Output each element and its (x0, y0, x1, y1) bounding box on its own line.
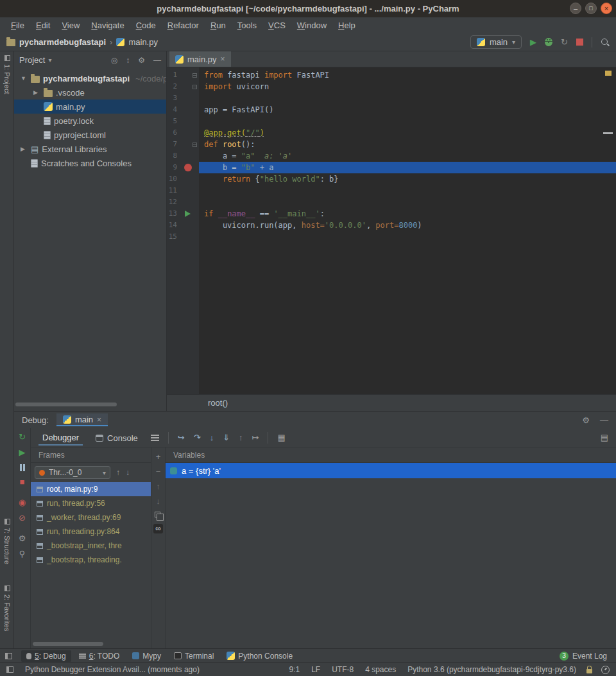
toolwindow-button-terminal[interactable]: Terminal (169, 650, 219, 662)
code-line-12[interactable]: 12 (167, 196, 616, 208)
menu-item-window[interactable]: Window (291, 21, 332, 30)
add-watch-button[interactable]: + (156, 453, 161, 461)
code-line-8[interactable]: 8 a = "a" a: 'a' (167, 150, 616, 162)
maximize-button[interactable]: □ (585, 3, 597, 14)
status-item-lf[interactable]: LF (311, 665, 320, 674)
menu-item-navigate[interactable]: Navigate (85, 21, 130, 30)
status-item-9-1[interactable]: 9:1 (289, 665, 300, 674)
step-into-icon[interactable]: ↓ (210, 433, 214, 442)
pin-icon[interactable]: ⚲ (19, 549, 26, 559)
code-line-7[interactable]: 7def root(): (167, 139, 616, 150)
close-tab-icon[interactable]: × (221, 55, 225, 64)
event-log-button[interactable]: 3 Event Log (560, 652, 611, 661)
toolwindow-button-python-console[interactable]: Python Console (221, 650, 298, 662)
error-stripe-mark[interactable] (605, 71, 612, 76)
tree-item-scratches-and-consoles[interactable]: Scratches and Consoles (14, 156, 166, 170)
menu-item-refactor[interactable]: Refactor (162, 21, 205, 30)
tree-item-external-libraries[interactable]: ▶▤External Libraries (14, 142, 166, 156)
close-session-icon[interactable]: × (97, 415, 101, 424)
gutter-line-5[interactable]: 5 (167, 116, 199, 127)
gutter-line-13[interactable]: 13 (167, 208, 199, 220)
breadcrumb-file[interactable]: main.py (128, 37, 158, 47)
horizontal-scrollbar[interactable] (15, 403, 117, 406)
pause-button[interactable] (20, 464, 25, 471)
menu-item-help[interactable]: Help (332, 21, 361, 30)
mute-breakpoints-button[interactable]: ⊘ (19, 513, 26, 523)
code-line-3[interactable]: 3 (167, 92, 616, 104)
gutter-line-1[interactable]: 1 (167, 69, 199, 81)
code-line-2[interactable]: 2import uvicorn (167, 81, 616, 92)
project-panel-title[interactable]: Project (19, 55, 45, 65)
status-item-python-3-6-pycharmdebugfastapi-9cdjtyrg-py3-6[interactable]: Python 3.6 (pycharmdebugfastapi-9cdjtyrg… (407, 665, 576, 674)
toolwindow-button-mypy[interactable]: Mypy (127, 650, 166, 662)
frame-row-bootstrap-threading[interactable]: _bootstrap, threading. (31, 553, 151, 567)
move-down-button[interactable]: ↓ (156, 497, 160, 505)
duplicate-watch-icon[interactable] (155, 512, 160, 517)
gutter-line-11[interactable]: 11 (167, 185, 199, 196)
menu-item-run[interactable]: Run (205, 21, 232, 30)
close-button[interactable]: × (601, 3, 612, 14)
previous-frame-icon[interactable]: ↑ (116, 468, 120, 477)
tree-collapsed-icon[interactable]: ▶ (21, 146, 28, 152)
menu-item-view[interactable]: View (56, 21, 85, 30)
toolwindow-switcher-icon[interactable] (5, 653, 12, 659)
stripe-button-project[interactable]: 1: Project (0, 55, 14, 94)
tree-item-main-py[interactable]: main.py (14, 100, 166, 114)
gutter-line-8[interactable]: 8 (167, 150, 199, 162)
gutter-line-4[interactable]: 4 (167, 104, 199, 116)
show-execution-point-icon[interactable]: ↪ (178, 433, 185, 442)
status-item-4-spaces[interactable]: 4 spaces (365, 665, 396, 674)
tree-expanded-icon[interactable]: ▼ (21, 75, 28, 82)
stop-button[interactable]: ■ (20, 477, 25, 487)
gutter-line-12[interactable]: 12 (167, 196, 199, 208)
variable-row[interactable]: a = {str} 'a' (166, 463, 616, 478)
run-with-coverage-button[interactable]: ↻ (561, 38, 568, 47)
code-line-13[interactable]: 13if __name__ == '__main__': (167, 208, 616, 220)
show-return-values-icon[interactable]: ∞ (153, 524, 163, 533)
code-line-1[interactable]: 1from fastapi import FastAPI (167, 69, 616, 81)
tab-console[interactable]: Console (92, 430, 142, 445)
gutter-line-10[interactable]: 10 (167, 173, 199, 185)
menu-item-code[interactable]: Code (130, 21, 162, 30)
status-item-utf-8[interactable]: UTF-8 (332, 665, 354, 674)
view-breakpoints-button[interactable]: ◉ (19, 498, 26, 507)
move-up-button[interactable]: ↑ (156, 482, 160, 490)
code-line-6[interactable]: 6@app.get("/") (167, 127, 616, 139)
gutter-line-7[interactable]: 7 (167, 139, 199, 150)
editor-tab-main-py[interactable]: main.py × (169, 51, 231, 67)
layout-menu-icon[interactable] (151, 437, 159, 438)
settings-gear-icon[interactable]: ⚙ (19, 533, 26, 543)
chevron-down-icon[interactable]: ▾ (48, 56, 51, 64)
force-step-into-icon[interactable]: ⇓ (223, 433, 230, 442)
gutter-line-3[interactable]: 3 (167, 92, 199, 104)
gutter-line-9[interactable]: 9 (167, 162, 199, 173)
frame-row-run-threading-py-864[interactable]: run, threading.py:864 (31, 524, 151, 539)
restore-layout-icon[interactable]: ▤ (601, 433, 608, 442)
next-frame-icon[interactable]: ↓ (126, 468, 130, 477)
frame-row-bootstrap-inner-thre[interactable]: _bootstrap_inner, thre (31, 539, 151, 553)
frame-row-run-thread-py-56[interactable]: run, thread.py:56 (31, 496, 151, 510)
gutter-line-6[interactable]: 6 (167, 127, 199, 139)
resume-button[interactable]: ▶ (19, 447, 26, 457)
code-line-14[interactable]: 14 uvicorn.run(app, host='0.0.0.0', port… (167, 220, 616, 231)
tab-debugger[interactable]: Debugger (38, 429, 83, 446)
locate-file-icon[interactable]: ◎ (111, 56, 117, 65)
code-line-11[interactable]: 11 (167, 185, 616, 196)
expand-collapse-icon[interactable]: ↕ (126, 56, 130, 65)
gear-icon[interactable]: ⚙ (582, 415, 590, 425)
code-line-10[interactable]: 10 return {"hello world": b} (167, 173, 616, 185)
thread-selector[interactable]: Thr...-0_0 ▾ (35, 466, 110, 479)
hide-panel-icon[interactable]: — (153, 56, 161, 65)
view-as-grid-icon[interactable]: ▦ (277, 433, 285, 442)
menu-item-edit[interactable]: Edit (30, 21, 56, 30)
search-everywhere-icon[interactable] (601, 38, 610, 47)
menu-item-vcs[interactable]: VCS (262, 21, 291, 30)
toolwindow-button-6-todo[interactable]: 6: TODO (74, 650, 125, 662)
gutter-line-2[interactable]: 2 (167, 81, 199, 92)
menu-item-tools[interactable]: Tools (232, 21, 262, 30)
stripe-button-favorites[interactable]: 2: Favorites (0, 585, 14, 631)
toolwindow-button-5-debug[interactable]: 5: Debug (21, 650, 71, 662)
breadcrumb-function[interactable]: root() (208, 398, 228, 408)
status-message[interactable]: Python Debugger Extension Avail... (mome… (25, 665, 200, 674)
stop-button[interactable] (576, 39, 583, 46)
